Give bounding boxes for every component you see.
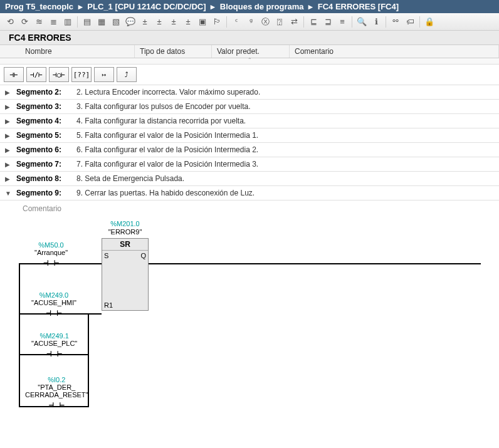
branch-open-button[interactable]: ↦ (94, 67, 114, 82)
contact-nc-button[interactable]: ⊣/⊢ (26, 67, 46, 82)
segment-desc: 7. Falta configurar el valor de la Posic… (76, 160, 258, 169)
segment-row[interactable]: ▶ Segmento 3: 3. Falta configurar los pu… (0, 100, 499, 114)
contact-acuse-hmi[interactable]: %M249.0 "ACUSE_HMI" ⊣ ⊢ (31, 291, 76, 318)
segment-desc: 2. Lectura Encoder incorrecta. Valor máx… (76, 88, 260, 96)
contact-no-icon: ⊣ ⊢ (31, 348, 77, 358)
toolbar-icon[interactable]: ▥ (61, 16, 74, 28)
expand-icon[interactable]: ▶ (5, 132, 11, 139)
segment-row[interactable]: ▶ Segmento 6: 6. Falta configurar el val… (0, 143, 499, 157)
contact-address: %I0.2 (25, 376, 88, 383)
col-type[interactable]: Tipo de datos (135, 45, 212, 58)
toolbar-icon[interactable]: ⊑ (307, 16, 320, 28)
col-name[interactable]: Nombre (0, 45, 135, 58)
sr-pin-q: Q (140, 252, 146, 259)
toolbar-icon[interactable]: 🔒 (423, 16, 436, 28)
contact-symbol-name: "ACUSE_PLC" (31, 340, 77, 347)
block-title: FC4 ERRORES (0, 31, 499, 45)
segment-label: Segmento 2: (16, 88, 71, 96)
toolbar-icon[interactable]: ⊒ (322, 16, 334, 28)
toolbar-separator (352, 16, 352, 28)
segment-row[interactable]: ▶ Segmento 8: 8. Seta de Emergencia Puls… (0, 172, 499, 186)
branch-close-button[interactable]: ⤴ (117, 67, 137, 82)
contact-no-icon: ⊣ ⊢ (31, 308, 76, 318)
splitter[interactable] (0, 58, 499, 65)
segment-row[interactable]: ▶ Segmento 7: 7. Falta configurar el val… (0, 157, 499, 172)
contact-acuse-plc[interactable]: %M249.1 "ACUSE_PLC" ⊣ ⊢ (31, 332, 77, 358)
expand-icon[interactable]: ▶ (5, 118, 11, 125)
segment-label: Segmento 6: (16, 145, 71, 154)
toolbar-icon[interactable]: 🏷 (404, 16, 416, 28)
segment-desc: 3. Falta configurar los pulsos de Encode… (76, 102, 251, 111)
toolbar-separator (77, 16, 78, 28)
breadcrumb-sep: ▸ (211, 2, 215, 11)
toolbar-icon[interactable]: 🏳 (211, 16, 223, 28)
toolbar-icon[interactable]: ± (167, 16, 180, 28)
contact-no-button[interactable]: ⊣⊢ (4, 67, 24, 82)
toolbar-icon[interactable]: ± (153, 16, 165, 28)
toolbar-icon[interactable]: ⟲ (4, 16, 16, 28)
toolbar-icon[interactable]: ± (139, 16, 151, 28)
segment-label: Segmento 7: (16, 160, 71, 169)
expand-icon[interactable]: ▶ (5, 147, 11, 154)
toolbar-icon[interactable]: ᵍ (244, 16, 257, 28)
toolbar-icon[interactable]: ⟳ (18, 16, 31, 28)
toolbar-icon[interactable]: ≣ (47, 16, 60, 28)
segment-row[interactable]: ▶ Segmento 5: 5. Falta configurar el val… (0, 128, 499, 143)
segment-comment-placeholder[interactable]: Comentario (0, 201, 499, 219)
expand-icon[interactable]: ▶ (5, 89, 11, 96)
expand-icon[interactable]: ▶ (5, 161, 11, 168)
breadcrumb-sep: ▸ (308, 2, 313, 11)
breadcrumb-part[interactable]: PLC_1 [CPU 1214C DC/DC/DC] (87, 2, 206, 11)
segment-label: Segmento 3: (16, 102, 71, 111)
toolbar-icon[interactable]: ≋ (33, 16, 45, 28)
segment-row[interactable]: ▼ Segmento 9: 9. Cerrar las puertas. Ha … (0, 186, 499, 201)
contact-address: %M249.0 (31, 291, 76, 299)
toolbar-icon[interactable]: ▧ (110, 16, 122, 28)
breadcrumb-part[interactable]: Bloques de programa (220, 2, 304, 11)
toolbar-icon[interactable]: ⍰ (273, 16, 286, 28)
toolbar-icon[interactable]: ≡ (336, 16, 349, 28)
contact-pta-der[interactable]: %I0.2 "PTA_DER_ CERRADA_RESET" ⊣ ⊢ (25, 376, 88, 407)
toolbar-separator (303, 16, 304, 28)
breadcrumb-part[interactable]: FC4 ERRORES [FC4] (318, 2, 399, 11)
toolbar-icon[interactable]: ᶜ (230, 16, 243, 28)
sr-flipflop-block[interactable]: %M201.0 "ERROR9" SR S Q R1 (102, 238, 149, 311)
collapse-icon[interactable]: ▼ (5, 190, 11, 197)
segment-desc: 9. Cerrar las puertas. Ha habido descone… (76, 189, 255, 197)
segments-list: ▶ Segmento 2: 2. Lectura Encoder incorre… (0, 85, 499, 201)
expand-icon[interactable]: ▶ (5, 103, 11, 110)
segment-label: Segmento 9: (16, 189, 71, 197)
contact-address: %M249.1 (31, 332, 77, 340)
coil-button[interactable]: ⊣○⊢ (49, 67, 69, 82)
toolbar-icon[interactable]: 💬 (124, 16, 137, 28)
segment-label: Segmento 8: (16, 174, 71, 183)
toolbar-icon[interactable]: 🔍 (355, 16, 368, 28)
toolbar-icon[interactable]: ⓧ (259, 16, 271, 28)
ladder-network[interactable]: %M201.0 "ERROR9" SR S Q R1 %M50.0 "Arran… (0, 219, 499, 407)
col-comment[interactable]: Comentario (290, 45, 499, 58)
contact-arranque[interactable]: %M50.0 "Arranque" ⊣ ⊢ (34, 241, 68, 268)
toolbar-icon[interactable]: ▤ (81, 16, 93, 28)
col-preset[interactable]: Valor predet. (212, 45, 290, 58)
toolbar-icon[interactable]: ▣ (196, 16, 209, 28)
segment-label: Segmento 5: (16, 131, 71, 140)
toolbar-separator (226, 16, 227, 28)
segment-label: Segmento 4: (16, 117, 71, 125)
toolbar-separator (386, 16, 386, 28)
segment-row[interactable]: ▶ Segmento 2: 2. Lectura Encoder incorre… (0, 85, 499, 100)
toolbar-icon[interactable]: ᵒᵒ (389, 16, 402, 28)
toolbar-icon[interactable]: ± (182, 16, 194, 28)
editor-toolbar: ⟲ ⟳ ≋ ≣ ▥ ▤ ▦ ▧ 💬 ± ± ± ± ▣ 🏳 ᶜ ᵍ ⓧ ⍰ ⇄ … (0, 13, 499, 31)
toolbar-icon[interactable]: ℹ (370, 16, 382, 28)
contact-symbol-name: "PTA_DER_ CERRADA_RESET" (25, 383, 88, 399)
sr-title: SR (102, 239, 148, 251)
toolbar-icon[interactable]: ⇄ (288, 16, 300, 28)
contact-symbol-name: "Arranque" (34, 249, 68, 256)
expand-icon[interactable]: ▶ (5, 175, 11, 182)
toolbar-icon[interactable]: ▦ (95, 16, 108, 28)
empty-box-button[interactable]: [??] (71, 67, 92, 82)
segment-row[interactable]: ▶ Segmento 4: 4. Falta configurar la dis… (0, 114, 499, 128)
ladder-toolbar: ⊣⊢ ⊣/⊢ ⊣○⊢ [??] ↦ ⤴ (0, 65, 499, 85)
contact-no-icon: ⊣ ⊢ (34, 258, 68, 268)
breadcrumb-part[interactable]: Prog T5_tecnoplc (5, 2, 73, 11)
